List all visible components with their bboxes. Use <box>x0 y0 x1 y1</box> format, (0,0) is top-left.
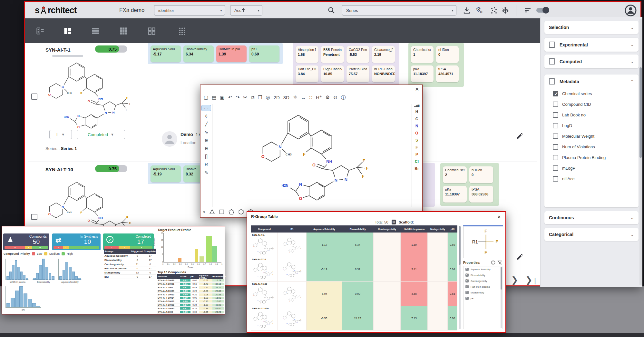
dots-icon[interactable]: ∷ <box>309 94 312 100</box>
view-3d-icon[interactable]: 3D <box>283 95 289 100</box>
metadata-chip[interactable]: pKa11.18397 <box>411 65 434 82</box>
info-icon[interactable]: ⓘ <box>341 94 346 101</box>
table-row[interactable]: Bioavailability017 <box>104 258 156 262</box>
table-row[interactable]: Mutagenicity120 <box>104 271 156 275</box>
template-ring4-icon[interactable] <box>219 209 225 215</box>
sidebar-scrollbar[interactable] <box>639 19 642 285</box>
table-row[interactable]: SYN-AI-T-100090.890.28-6.0820.83 <box>157 289 223 293</box>
edit-pencil-icon[interactable] <box>516 253 524 261</box>
sidebar-item-num-of-violations[interactable]: Num of Violations <box>544 142 639 152</box>
paste-icon[interactable]: ❐ <box>258 94 262 100</box>
sidebar-section-selection[interactable]: Selection⌄ <box>544 21 639 34</box>
property-toggle-bioavailability[interactable]: Bioavailability <box>463 272 502 278</box>
sort-lines-icon[interactable] <box>524 8 531 13</box>
add-hydrogens-icon[interactable]: H⁺ <box>316 94 322 100</box>
pencil-tool-icon[interactable]: ✎ <box>202 170 211 175</box>
table-row[interactable]: SYN-AI-T-100080.870.24-6.3942.00 <box>157 303 223 307</box>
table-row[interactable]: SYN-AI-T-100 <box>251 282 457 306</box>
charge-plus-icon[interactable]: ⊕ <box>202 137 211 143</box>
compound-row-checkbox[interactable] <box>31 94 37 100</box>
assay-chip[interactable]: Half-life in pla1.39 <box>216 45 247 62</box>
sidebar-item-molecular-weight[interactable]: Molecular Weight <box>544 131 639 142</box>
metadata-section-header[interactable]: Metadata⌃ <box>544 74 639 88</box>
last-page-icon[interactable]: ❯❘ <box>525 276 538 285</box>
card-view-icon[interactable] <box>147 27 156 35</box>
metadata-chip[interactable]: tPSA388.02536 <box>469 186 493 203</box>
table-row[interactable]: SYN-AI-T-100010.910.59-5.7232.16 <box>157 282 223 286</box>
computed-checkbox[interactable] <box>549 58 555 64</box>
computed-chip[interactable]: Clearance_Pr2.19 <box>372 46 395 63</box>
computed-chip[interactable]: CaCO2 Perme-5.53 <box>346 46 369 63</box>
sidebar-section-experimental[interactable]: Experimental⌄ <box>544 38 639 52</box>
sort-select[interactable]: Asc <box>230 5 262 15</box>
element-h[interactable]: H <box>413 110 421 114</box>
sidebar-item-lab-book-no[interactable]: Lab Book no <box>544 110 639 120</box>
table-row[interactable]: Half-life in plasma017 <box>104 266 156 271</box>
sidebar-item-mlogp[interactable]: mLogP <box>544 163 639 173</box>
metadata-chip[interactable]: nHDon0 <box>469 166 493 183</box>
close-icon[interactable]: ✕ <box>415 86 419 92</box>
element-c[interactable]: C <box>413 117 421 121</box>
table-row[interactable]: SYN-AI-T-1000 <box>251 306 457 331</box>
stat-card-in-synthesis[interactable]: ⇄ In Synthesis 10 217 <box>52 233 101 250</box>
filter-off-icon[interactable] <box>497 260 502 265</box>
assay-chip[interactable]: Bioavailability6.34 <box>183 45 214 62</box>
property-toggle-aqueous-solubility[interactable]: Aqueous Solubility <box>463 266 502 272</box>
element-cl[interactable]: Cl <box>413 159 421 164</box>
undo-icon[interactable]: ↶ <box>228 94 232 100</box>
computed-chip[interactable]: Protein Bindi75.57 <box>346 65 369 82</box>
sidebar-section-continuous[interactable]: Continuous⌄ <box>544 211 639 224</box>
detail-view-icon[interactable] <box>63 27 72 35</box>
download-icon[interactable] <box>463 6 471 14</box>
table-row[interactable]: SYN-AI-T-100140.890.09-6.0815.03 <box>157 296 223 300</box>
metadata-chip[interactable]: nHDon0 <box>436 46 459 63</box>
metadata-chip[interactable]: tPSA426.4571 <box>436 65 459 82</box>
table-row[interactable]: Carcinogenicity110 <box>104 262 156 266</box>
element-n[interactable]: N <box>413 124 421 128</box>
chain-tool-icon[interactable]: ∿ <box>202 129 211 135</box>
redo-icon[interactable]: ↷ <box>236 94 240 100</box>
experimental-checkbox[interactable] <box>549 42 555 48</box>
save-icon[interactable]: ▣ <box>220 94 224 100</box>
charge-minus-icon[interactable]: ⊖ <box>202 145 211 151</box>
spectrum-icon[interactable]: ▂▅▇ <box>413 104 421 107</box>
sidebar-item-chemical-series[interactable]: Chemical series <box>544 88 639 99</box>
table-row[interactable]: SYN-AI-T-100390.920.65-5.6115.74 <box>157 279 223 282</box>
rgroup-table-scrollbar[interactable] <box>459 226 461 329</box>
measure-icon[interactable]: ↔ <box>301 95 306 100</box>
new-document-icon[interactable]: ▢ <box>204 94 208 100</box>
series-select[interactable]: Series <box>342 5 456 15</box>
scatter-dots-icon[interactable] <box>490 7 497 14</box>
sidebar-item-nhacc[interactable]: nHAcc <box>544 173 639 184</box>
computed-chip[interactable]: P-gp Channel10.85 <box>321 65 344 82</box>
copy-icon[interactable]: ⧉ <box>251 94 254 100</box>
assay-chip[interactable]: Aqueous Solu-5.17 <box>151 45 181 62</box>
property-toggle-pki[interactable]: pKi <box>463 295 502 301</box>
aromatize-icon[interactable]: ⚛ <box>293 94 297 100</box>
metadata-chip[interactable]: Chemical ser2 <box>443 166 467 183</box>
element-o[interactable]: O <box>413 131 421 135</box>
table-row[interactable]: Aqueous Solubility017 <box>104 254 156 258</box>
table-row[interactable]: SYN-AI-T-10000.850.08-6.5524.25 <box>157 310 223 314</box>
sidebar-item-compound-cid[interactable]: Compound CID <box>544 99 639 110</box>
table-view-icon[interactable] <box>119 27 128 35</box>
list-view-icon[interactable] <box>91 27 100 35</box>
clean-2d-icon[interactable]: 2D <box>274 95 280 100</box>
sidebar-item-logd[interactable]: LogD <box>544 120 639 131</box>
bracket-tool-icon[interactable]: [] <box>202 154 211 159</box>
sidebar-item-plasma-protein-binding[interactable]: Plasma Protein Binding <box>544 152 639 163</box>
element-br[interactable]: Br <box>413 166 421 171</box>
element-f[interactable]: F <box>413 145 421 150</box>
property-toggle-carcinogenicity[interactable]: Carcinogenicity <box>463 278 502 284</box>
identifier-select[interactable]: identifier <box>154 5 225 15</box>
table-row[interactable]: SYN-AI-T-10 <box>251 257 457 282</box>
sidebar-section-categorical[interactable]: Categorical⌄ <box>544 228 639 241</box>
form-view-icon[interactable] <box>36 27 45 35</box>
metadata-chip[interactable]: Chemical ser1 <box>411 46 434 63</box>
next-page-icon[interactable]: ❯ <box>511 276 518 284</box>
computed-chip[interactable]: hERG ChanneNONBINDER <box>372 65 395 82</box>
cut-icon[interactable]: ✂ <box>243 94 248 100</box>
element-s[interactable]: S <box>413 138 421 143</box>
compound-structure[interactable]: N O CH3 F NH O N N F F F N O H2N <box>43 56 135 131</box>
property-toggle-mutagenicity[interactable]: Mutagenicity <box>463 290 502 295</box>
